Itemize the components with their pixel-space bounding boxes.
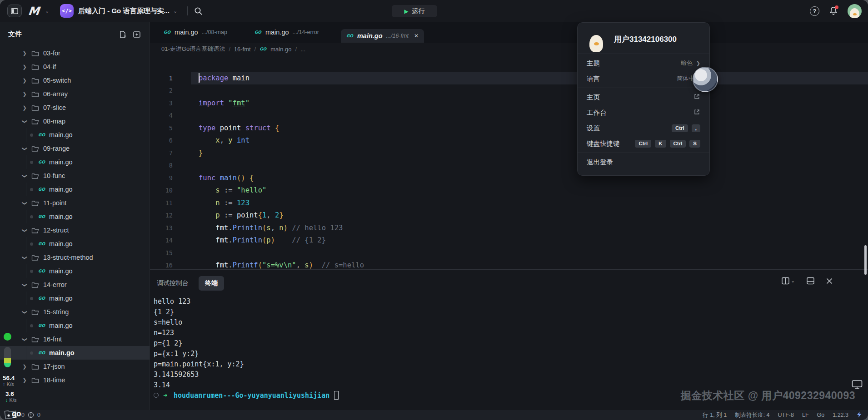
tree-item-11-point[interactable]: ❯11-point bbox=[0, 196, 150, 210]
breadcrumb-item[interactable]: 16-fmt bbox=[234, 46, 251, 53]
chevron-right-icon[interactable]: ❯ bbox=[22, 199, 28, 207]
tab-close-icon[interactable]: ✕ bbox=[414, 33, 419, 39]
tree-item-15-string[interactable]: ❯15-string bbox=[0, 305, 150, 319]
breadcrumb-separator: / bbox=[229, 46, 230, 53]
tree-item-main.go[interactable]: GOmain.go bbox=[0, 128, 150, 142]
chevron-right-icon[interactable]: ❯ bbox=[22, 227, 28, 234]
status-item[interactable]: 1.22.3 bbox=[833, 412, 848, 418]
tree-item-main.go[interactable]: GOmain.go bbox=[0, 292, 150, 305]
line-content: type point struct { bbox=[191, 122, 868, 134]
menu-item-设置[interactable]: 设置Ctrl, bbox=[578, 120, 709, 136]
status-item[interactable]: UTF-8 bbox=[778, 412, 794, 418]
status-item[interactable]: 制表符长度: 4 bbox=[735, 411, 769, 419]
close-panel-icon[interactable] bbox=[826, 278, 833, 284]
warnings-icon[interactable] bbox=[28, 412, 34, 418]
errors-count[interactable]: 0 bbox=[21, 412, 25, 418]
menu-item-退出登录[interactable]: 退出登录 bbox=[578, 154, 709, 170]
tree-item-14-error[interactable]: ❯14-error bbox=[0, 278, 150, 292]
tree-item-08-map[interactable]: ❯08-map bbox=[0, 114, 150, 128]
menu-item-工作台[interactable]: 工作台 bbox=[578, 105, 709, 120]
chevron-right-icon[interactable]: ❯ bbox=[21, 64, 28, 70]
panel-layout-icon[interactable] bbox=[807, 277, 814, 285]
chevron-right-icon[interactable]: ❯ bbox=[22, 145, 28, 152]
line-content: } bbox=[191, 147, 868, 159]
search-icon[interactable] bbox=[194, 7, 203, 15]
status-item[interactable]: 行 1, 列 1 bbox=[703, 411, 727, 419]
menu-item-语言[interactable]: 语言简体中文 bbox=[578, 71, 709, 86]
scrollbar-thumb[interactable] bbox=[864, 245, 867, 275]
project-title[interactable]: 后端入门 - Go 语言原理与实... bbox=[78, 7, 170, 15]
chevron-right-icon[interactable]: ❯ bbox=[21, 91, 28, 97]
tree-item-06-array[interactable]: ❯06-array bbox=[0, 87, 150, 101]
editor-tab[interactable]: GOmain.go.../14-error bbox=[249, 22, 341, 43]
chevron-right-icon[interactable]: ❯ bbox=[22, 118, 28, 125]
tree-item-main.go[interactable]: GOmain.go bbox=[0, 346, 150, 360]
terminal-output[interactable]: hello 123{1 2}s=hellon=123p={1 2}p={x:1 … bbox=[154, 294, 868, 400]
assistant-ball[interactable] bbox=[693, 67, 718, 92]
help-icon[interactable]: ? bbox=[810, 6, 819, 16]
tree-item-17-json[interactable]: ❯17-json bbox=[0, 360, 150, 373]
modified-dot bbox=[30, 270, 33, 273]
status-item[interactable]: LF bbox=[802, 412, 809, 418]
tree-item-03-for[interactable]: ❯03-for bbox=[0, 46, 150, 60]
tab-debug-console[interactable]: 调试控制台 bbox=[157, 279, 189, 287]
tab-filename: main.go bbox=[357, 32, 383, 40]
tree-item-main.go[interactable]: GOmain.go bbox=[0, 155, 150, 169]
status-item[interactable]: Go bbox=[817, 412, 825, 418]
tree-item-09-range[interactable]: ❯09-range bbox=[0, 142, 150, 155]
chevron-down-icon[interactable]: ⌄ bbox=[45, 8, 49, 14]
code-line: 8 bbox=[150, 159, 868, 172]
chevron-right-icon[interactable]: ❯ bbox=[21, 105, 28, 111]
tree-item-main.go[interactable]: GOmain.go bbox=[0, 210, 150, 223]
menu-item-主页[interactable]: 主页 bbox=[578, 89, 709, 105]
folder-icon bbox=[31, 64, 39, 70]
breadcrumb-item[interactable]: 01-走进Go语言基础语法 bbox=[161, 45, 225, 53]
monitor-button[interactable] bbox=[851, 378, 863, 391]
breadcrumb-item[interactable]: GOmain.go bbox=[259, 46, 291, 53]
go-file-icon: GO bbox=[259, 47, 266, 51]
new-folder-icon[interactable] bbox=[133, 30, 141, 39]
sidebar-toggle-button[interactable] bbox=[7, 5, 22, 17]
tree-item-label: 09-range bbox=[43, 145, 70, 152]
tree-item-main.go[interactable]: GOmain.go bbox=[0, 319, 150, 332]
tree-item-13-struct-method[interactable]: ❯13-struct-method bbox=[0, 251, 150, 264]
chevron-right-icon[interactable]: ❯ bbox=[21, 364, 28, 370]
tree-item-main.go[interactable]: GOmain.go bbox=[0, 264, 150, 278]
gauge-pill-overlay bbox=[4, 347, 11, 367]
marscode-logo[interactable]: M bbox=[27, 5, 39, 18]
tree-item-05-switch[interactable]: ❯05-switch bbox=[0, 74, 150, 87]
notifications-button[interactable] bbox=[828, 6, 838, 16]
line-content bbox=[191, 247, 868, 259]
tree-item-04-if[interactable]: ❯04-if bbox=[0, 60, 150, 74]
chevron-right-icon[interactable]: ❯ bbox=[22, 308, 28, 316]
line-content: x, y int bbox=[191, 134, 868, 147]
tree-item-16-fmt[interactable]: ❯16-fmt bbox=[0, 332, 150, 346]
chevron-down-icon[interactable]: ⌄ bbox=[173, 8, 177, 14]
terminal-cursor[interactable] bbox=[334, 391, 339, 400]
tree-item-main.go[interactable]: GOmain.go bbox=[0, 237, 150, 251]
lightning-icon[interactable] bbox=[857, 411, 862, 419]
menu-item-键盘快捷键[interactable]: 键盘快捷键CtrlKCtrlS bbox=[578, 136, 709, 151]
code-editor[interactable]: 1package main23import "fmt"45type point … bbox=[150, 55, 868, 269]
chevron-right-icon[interactable]: ❯ bbox=[21, 50, 28, 56]
split-terminal-button[interactable]: ⌄ bbox=[782, 277, 795, 285]
chevron-right-icon[interactable]: ❯ bbox=[22, 172, 28, 179]
user-avatar[interactable] bbox=[848, 4, 862, 18]
tree-item-10-func[interactable]: ❯10-func bbox=[0, 169, 150, 183]
tree-item-07-slice[interactable]: ❯07-slice bbox=[0, 101, 150, 114]
tab-terminal[interactable]: 终端 bbox=[199, 276, 224, 291]
breadcrumb-item[interactable]: ... bbox=[300, 46, 305, 53]
tree-item-main.go[interactable]: GOmain.go bbox=[0, 183, 150, 196]
editor-tab[interactable]: GOmain.go.../16-fmt✕ bbox=[341, 29, 424, 43]
tree-item-12-struct[interactable]: ❯12-struct bbox=[0, 223, 150, 237]
menu-item-主题[interactable]: 主题暗色❯ bbox=[578, 55, 709, 71]
chevron-right-icon[interactable]: ❯ bbox=[22, 336, 28, 343]
shortcut-key: , bbox=[692, 124, 700, 132]
chevron-right-icon[interactable]: ❯ bbox=[22, 281, 28, 288]
chevron-right-icon[interactable]: ❯ bbox=[21, 78, 28, 84]
chevron-right-icon[interactable]: ❯ bbox=[22, 254, 28, 261]
new-file-icon[interactable] bbox=[119, 30, 127, 39]
warnings-count[interactable]: 0 bbox=[37, 412, 40, 418]
editor-tab[interactable]: GOmain.go.../08-map bbox=[158, 22, 249, 43]
run-button[interactable]: ▶ 运行 bbox=[392, 5, 437, 17]
